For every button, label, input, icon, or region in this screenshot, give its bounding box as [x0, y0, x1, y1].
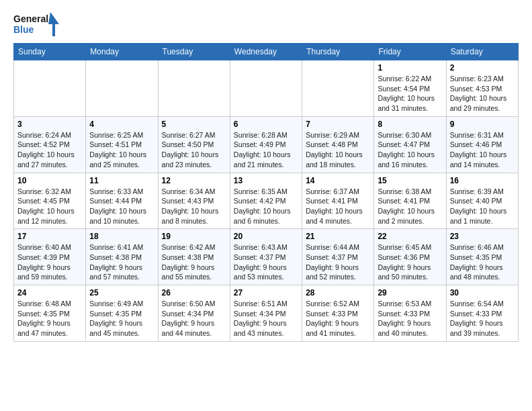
day-info: Sunrise: 6:29 AMSunset: 4:48 PMDaylight:… — [306, 130, 370, 170]
day-info: Sunrise: 6:52 AMSunset: 4:33 PMDaylight:… — [306, 299, 370, 338]
calendar-cell: 21Sunrise: 6:44 AMSunset: 4:37 PMDayligh… — [302, 229, 374, 285]
calendar-cell: 19Sunrise: 6:42 AMSunset: 4:38 PMDayligh… — [158, 229, 230, 285]
day-info: Sunrise: 6:30 AMSunset: 4:47 PMDaylight:… — [378, 130, 442, 170]
calendar-week-2: 10Sunrise: 6:32 AMSunset: 4:45 PMDayligh… — [14, 173, 519, 229]
day-info: Sunrise: 6:27 AMSunset: 4:50 PMDaylight:… — [162, 130, 226, 170]
day-info: Sunrise: 6:34 AMSunset: 4:43 PMDaylight:… — [162, 187, 226, 226]
day-number: 1 — [378, 63, 442, 73]
day-number: 15 — [378, 176, 442, 185]
calendar-cell: 26Sunrise: 6:50 AMSunset: 4:34 PMDayligh… — [158, 285, 230, 342]
day-info: Sunrise: 6:44 AMSunset: 4:37 PMDaylight:… — [306, 242, 370, 282]
day-info: Sunrise: 6:24 AMSunset: 4:52 PMDaylight:… — [17, 130, 82, 170]
calendar-table: SundayMondayTuesdayWednesdayThursdayFrid… — [13, 43, 519, 342]
day-info: Sunrise: 6:54 AMSunset: 4:33 PMDaylight:… — [450, 299, 515, 338]
calendar-cell: 30Sunrise: 6:54 AMSunset: 4:33 PMDayligh… — [446, 285, 518, 342]
calendar-cell: 8Sunrise: 6:30 AMSunset: 4:47 PMDaylight… — [374, 116, 446, 173]
day-number: 11 — [89, 176, 154, 185]
day-info: Sunrise: 6:23 AMSunset: 4:53 PMDaylight:… — [450, 74, 515, 113]
day-info: Sunrise: 6:51 AMSunset: 4:34 PMDaylight:… — [234, 299, 298, 338]
calendar-cell: 7Sunrise: 6:29 AMSunset: 4:48 PMDaylight… — [302, 116, 374, 173]
header-monday: Monday — [86, 44, 158, 60]
day-number: 3 — [17, 120, 82, 129]
calendar-cell: 24Sunrise: 6:48 AMSunset: 4:35 PMDayligh… — [14, 285, 86, 342]
day-info: Sunrise: 6:53 AMSunset: 4:33 PMDaylight:… — [378, 299, 442, 338]
calendar-cell: 3Sunrise: 6:24 AMSunset: 4:52 PMDaylight… — [14, 116, 86, 173]
header-thursday: Thursday — [302, 44, 374, 60]
day-info: Sunrise: 6:45 AMSunset: 4:36 PMDaylight:… — [378, 242, 442, 282]
day-info: Sunrise: 6:28 AMSunset: 4:49 PMDaylight:… — [234, 130, 298, 170]
day-info: Sunrise: 6:25 AMSunset: 4:51 PMDaylight:… — [89, 130, 154, 170]
calendar-week-0: 1Sunrise: 6:22 AMSunset: 4:54 PMDaylight… — [14, 60, 519, 117]
calendar-cell: 28Sunrise: 6:52 AMSunset: 4:33 PMDayligh… — [302, 285, 374, 342]
day-number: 5 — [162, 120, 226, 129]
day-number: 27 — [234, 288, 298, 298]
day-number: 22 — [378, 232, 442, 241]
day-number: 19 — [162, 232, 226, 241]
calendar-cell: 15Sunrise: 6:38 AMSunset: 4:41 PMDayligh… — [374, 173, 446, 229]
calendar-cell: 12Sunrise: 6:34 AMSunset: 4:43 PMDayligh… — [158, 173, 230, 229]
calendar-cell: 9Sunrise: 6:31 AMSunset: 4:46 PMDaylight… — [446, 116, 518, 173]
logo: GeneralBlue — [13, 11, 60, 38]
calendar-cell: 18Sunrise: 6:41 AMSunset: 4:38 PMDayligh… — [86, 229, 158, 285]
day-info: Sunrise: 6:33 AMSunset: 4:44 PMDaylight:… — [89, 187, 154, 226]
day-number: 7 — [306, 120, 370, 129]
calendar-cell: 25Sunrise: 6:49 AMSunset: 4:35 PMDayligh… — [86, 285, 158, 342]
calendar-cell: 13Sunrise: 6:35 AMSunset: 4:42 PMDayligh… — [230, 173, 302, 229]
day-number: 26 — [162, 288, 226, 298]
day-info: Sunrise: 6:32 AMSunset: 4:45 PMDaylight:… — [17, 187, 82, 226]
day-info: Sunrise: 6:35 AMSunset: 4:42 PMDaylight:… — [234, 187, 298, 226]
calendar-cell: 16Sunrise: 6:39 AMSunset: 4:40 PMDayligh… — [446, 173, 518, 229]
calendar-cell — [14, 60, 86, 117]
day-number: 2 — [450, 63, 515, 73]
calendar-header-row: SundayMondayTuesdayWednesdayThursdayFrid… — [14, 44, 519, 60]
calendar-cell: 23Sunrise: 6:46 AMSunset: 4:35 PMDayligh… — [446, 229, 518, 285]
calendar-cell — [230, 60, 302, 117]
day-number: 29 — [378, 288, 442, 298]
header-friday: Friday — [374, 44, 446, 60]
page-header: GeneralBlue — [13, 11, 519, 38]
day-info: Sunrise: 6:50 AMSunset: 4:34 PMDaylight:… — [162, 299, 226, 338]
day-number: 28 — [306, 288, 370, 298]
day-info: Sunrise: 6:46 AMSunset: 4:35 PMDaylight:… — [450, 242, 515, 282]
calendar-cell: 6Sunrise: 6:28 AMSunset: 4:49 PMDaylight… — [230, 116, 302, 173]
header-saturday: Saturday — [446, 44, 518, 60]
day-number: 23 — [450, 232, 515, 241]
day-number: 25 — [89, 288, 154, 298]
calendar-cell: 22Sunrise: 6:45 AMSunset: 4:36 PMDayligh… — [374, 229, 446, 285]
header-tuesday: Tuesday — [158, 44, 230, 60]
day-number: 10 — [17, 176, 82, 185]
calendar-cell: 14Sunrise: 6:37 AMSunset: 4:41 PMDayligh… — [302, 173, 374, 229]
day-info: Sunrise: 6:22 AMSunset: 4:54 PMDaylight:… — [378, 74, 442, 113]
day-number: 18 — [89, 232, 154, 241]
calendar-cell: 29Sunrise: 6:53 AMSunset: 4:33 PMDayligh… — [374, 285, 446, 342]
day-number: 30 — [450, 288, 515, 298]
calendar-cell: 17Sunrise: 6:40 AMSunset: 4:39 PMDayligh… — [14, 229, 86, 285]
day-number: 20 — [234, 232, 298, 241]
day-number: 12 — [162, 176, 226, 185]
calendar-cell: 20Sunrise: 6:43 AMSunset: 4:37 PMDayligh… — [230, 229, 302, 285]
calendar-cell — [86, 60, 158, 117]
calendar-cell: 2Sunrise: 6:23 AMSunset: 4:53 PMDaylight… — [446, 60, 518, 117]
calendar-cell: 1Sunrise: 6:22 AMSunset: 4:54 PMDaylight… — [374, 60, 446, 117]
day-info: Sunrise: 6:43 AMSunset: 4:37 PMDaylight:… — [234, 242, 298, 282]
calendar-cell — [158, 60, 230, 117]
day-number: 6 — [234, 120, 298, 129]
day-info: Sunrise: 6:48 AMSunset: 4:35 PMDaylight:… — [17, 299, 82, 338]
calendar-week-4: 24Sunrise: 6:48 AMSunset: 4:35 PMDayligh… — [14, 285, 519, 342]
day-number: 16 — [450, 176, 515, 185]
calendar-cell — [302, 60, 374, 117]
day-info: Sunrise: 6:41 AMSunset: 4:38 PMDaylight:… — [89, 242, 154, 282]
day-info: Sunrise: 6:42 AMSunset: 4:38 PMDaylight:… — [162, 242, 226, 282]
day-number: 9 — [450, 120, 515, 129]
header-wednesday: Wednesday — [230, 44, 302, 60]
day-number: 14 — [306, 176, 370, 185]
calendar-cell: 11Sunrise: 6:33 AMSunset: 4:44 PMDayligh… — [86, 173, 158, 229]
day-info: Sunrise: 6:31 AMSunset: 4:46 PMDaylight:… — [450, 130, 515, 170]
logo-svg: GeneralBlue — [13, 11, 60, 38]
day-number: 24 — [17, 288, 82, 298]
svg-text:Blue: Blue — [13, 24, 34, 35]
day-number: 21 — [306, 232, 370, 241]
calendar-cell: 4Sunrise: 6:25 AMSunset: 4:51 PMDaylight… — [86, 116, 158, 173]
day-info: Sunrise: 6:49 AMSunset: 4:35 PMDaylight:… — [89, 299, 154, 338]
day-number: 8 — [378, 120, 442, 129]
